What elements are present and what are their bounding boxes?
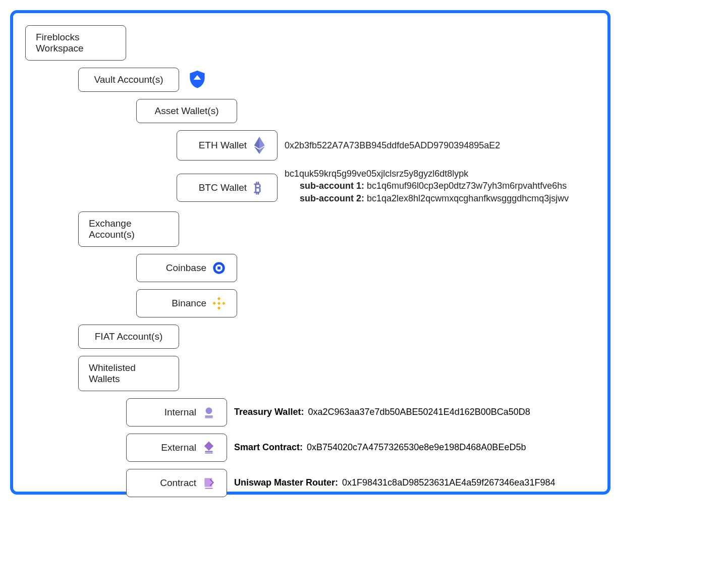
svg-rect-10 [205,415,212,416]
external-address: 0xB754020c7A4757326530e8e9e198D468A0BEeD… [307,442,526,453]
contract-box: Contract [126,469,227,497]
external-wallet-icon [201,440,216,455]
svg-rect-5 [217,306,221,310]
exchange-label: Exchange Account(s) [89,218,169,240]
vault-shield-icon [186,69,208,91]
fiat-label: FIAT Account(s) [95,331,162,342]
external-box: External [126,434,227,462]
binance-box: Binance [136,289,237,317]
diagram-frame: Fireblocks Workspace Vault Account(s) As… [10,10,611,495]
external-label: External [161,442,196,453]
eth-wallet-box: ETH Wallet [177,130,278,161]
svg-rect-16 [205,488,212,489]
contract-label: Contract [160,477,196,489]
btc-sub2-address: bc1qa2lex8hl2qcwmxqcghanfkwsgggdhcmq3jsj… [367,193,569,203]
contract-address: 0x1F98431c8aD98523631AE4a59f267346ea31F9… [342,477,555,488]
external-wallet-name: Smart Contract: [234,442,303,453]
svg-rect-6 [212,302,216,305]
eth-wallet-label: ETH Wallet [199,140,247,151]
btc-wallet-box: BTC Wallet ₿ [177,174,278,202]
btc-sub1-address: bc1q6muf96l0cp3ep0dtz73w7yh3m6rpvahtfve6… [367,181,567,191]
svg-rect-12 [204,441,213,450]
binance-label: Binance [172,298,206,309]
btc-wallet-label: BTC Wallet [199,182,247,193]
svg-rect-8 [217,302,221,305]
svg-rect-7 [222,302,226,305]
internal-wallet-icon [201,405,216,420]
btc-sub2-label: sub-account 2: [300,193,364,203]
contract-icon [201,475,216,491]
asset-wallet-box: Asset Wallet(s) [136,99,237,123]
fiat-box: FIAT Account(s) [78,325,179,349]
coinbase-label: Coinbase [166,262,206,274]
binance-icon [211,296,227,311]
bitcoin-icon: ₿ [252,180,267,195]
btc-address-block: bc1quk59krq5g99ve05xjlclsrz5y8gyzl6dt8ly… [285,168,569,204]
workspace-label: Fireblocks Workspace [36,32,116,54]
svg-rect-15 [204,478,212,487]
contract-info: Uniswap Master Router: 0x1F98431c8aD9852… [234,477,555,488]
ethereum-icon [252,137,267,154]
vault-label: Vault Account(s) [94,74,163,85]
coinbase-icon [211,260,227,276]
svg-rect-13 [205,451,212,452]
svg-point-9 [206,407,212,414]
internal-box: Internal [126,398,227,426]
internal-info: Treasury Wallet: 0xa2C963aa37e7db50ABE50… [234,407,530,417]
workspace-box: Fireblocks Workspace [25,25,126,61]
coinbase-box: Coinbase [136,254,237,282]
whitelisted-box: Whitelisted Wallets [78,356,179,391]
whitelisted-label: Whitelisted Wallets [89,362,169,385]
asset-wallet-label: Asset Wallet(s) [154,105,218,117]
internal-wallet-name: Treasury Wallet: [234,407,304,417]
external-info: Smart Contract: 0xB754020c7A4757326530e8… [234,442,526,453]
internal-label: Internal [164,407,196,418]
internal-address: 0xa2C963aa37e7db50ABE50241E4d162B00BCa50… [308,407,530,417]
contract-wallet-name: Uniswap Master Router: [234,477,338,488]
eth-address: 0x2b3fb522A7A73BB945ddfde5ADD9790394895a… [285,140,500,151]
btc-sub1-label: sub-account 1: [300,181,364,191]
vault-box: Vault Account(s) [78,68,179,92]
svg-rect-3 [217,266,220,270]
svg-rect-14 [205,453,212,454]
svg-rect-4 [217,297,221,300]
svg-text:₿: ₿ [254,180,261,195]
svg-rect-11 [205,417,212,418]
btc-address: bc1quk59krq5g99ve05xjlclsrz5y8gyzl6dt8ly… [285,168,569,180]
exchange-box: Exchange Account(s) [78,211,179,247]
